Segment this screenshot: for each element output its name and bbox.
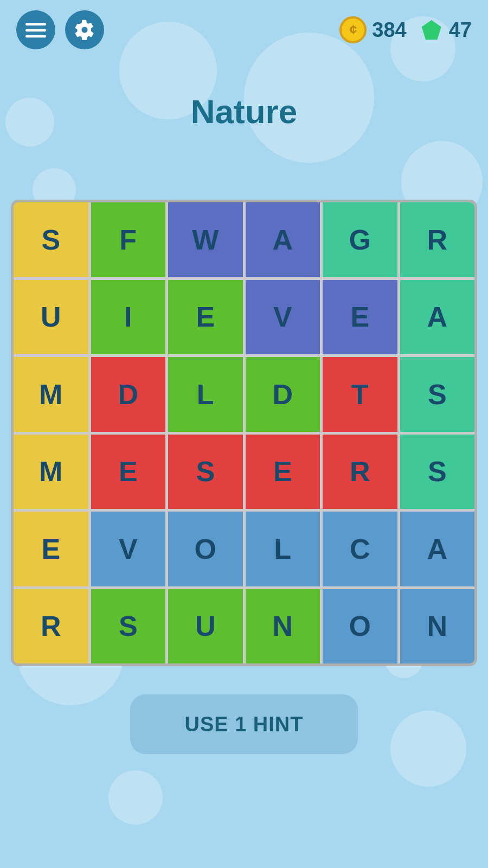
use-hint-button[interactable]: USE 1 HINT xyxy=(130,694,358,754)
cell-r3-c5[interactable]: S xyxy=(400,435,475,509)
cell-r5-c4[interactable]: O xyxy=(323,589,397,664)
header-left xyxy=(16,10,104,49)
cell-r0-c2[interactable]: W xyxy=(168,202,243,277)
cell-r4-c4[interactable]: C xyxy=(323,512,397,586)
cell-r0-c0[interactable]: S xyxy=(14,202,88,277)
cell-r2-c1[interactable]: D xyxy=(91,357,166,432)
cell-r2-c4[interactable]: T xyxy=(323,357,397,432)
cell-r1-c2[interactable]: E xyxy=(168,280,243,355)
cell-r1-c4[interactable]: E xyxy=(323,280,397,355)
svg-rect-0 xyxy=(25,23,46,25)
cell-r1-c5[interactable]: A xyxy=(400,280,475,355)
cell-r3-c1[interactable]: E xyxy=(91,435,166,509)
letter-grid: SFWAGRUIEVEAMDLDTSMESERSEVOLCARSUNON xyxy=(11,200,477,666)
cell-r3-c2[interactable]: S xyxy=(168,435,243,509)
cell-r5-c2[interactable]: U xyxy=(168,589,243,664)
cell-r3-c4[interactable]: R xyxy=(323,435,397,509)
cell-r2-c0[interactable]: M xyxy=(14,357,88,432)
gear-icon xyxy=(74,20,95,40)
coin-icon xyxy=(339,16,367,43)
svg-rect-2 xyxy=(25,35,46,38)
header-right: 384 47 xyxy=(339,16,472,43)
cell-r3-c3[interactable]: E xyxy=(246,435,320,509)
cell-r5-c3[interactable]: N xyxy=(246,589,320,664)
cell-r4-c1[interactable]: V xyxy=(91,512,166,586)
cell-r4-c5[interactable]: A xyxy=(400,512,475,586)
cell-r0-c3[interactable]: A xyxy=(246,202,320,277)
cell-r0-c4[interactable]: G xyxy=(323,202,397,277)
cell-r0-c1[interactable]: F xyxy=(91,202,166,277)
cell-r1-c0[interactable]: U xyxy=(14,280,88,355)
menu-icon xyxy=(25,20,46,40)
gems-badge: 47 xyxy=(420,18,472,42)
cell-r1-c1[interactable]: I xyxy=(91,280,166,355)
cell-r0-c5[interactable]: R xyxy=(400,202,475,277)
cell-r1-c3[interactable]: V xyxy=(246,280,320,355)
gem-icon xyxy=(420,18,444,42)
cell-r5-c1[interactable]: S xyxy=(91,589,166,664)
cell-r3-c0[interactable]: M xyxy=(14,435,88,509)
cell-r2-c5[interactable]: S xyxy=(400,357,475,432)
menu-button[interactable] xyxy=(16,10,55,49)
cell-r2-c3[interactable]: D xyxy=(246,357,320,432)
cell-r5-c0[interactable]: R xyxy=(14,589,88,664)
cell-r4-c0[interactable]: E xyxy=(14,512,88,586)
svg-rect-1 xyxy=(25,29,46,31)
header: 384 47 xyxy=(0,0,488,60)
page-title: Nature xyxy=(0,92,488,131)
cell-r5-c5[interactable]: N xyxy=(400,589,475,664)
coins-count: 384 xyxy=(372,18,406,42)
gems-count: 47 xyxy=(449,18,472,42)
cell-r2-c2[interactable]: L xyxy=(168,357,243,432)
settings-button[interactable] xyxy=(65,10,104,49)
cell-r4-c3[interactable]: L xyxy=(246,512,320,586)
coins-badge: 384 xyxy=(339,16,406,43)
cell-r4-c2[interactable]: O xyxy=(168,512,243,586)
